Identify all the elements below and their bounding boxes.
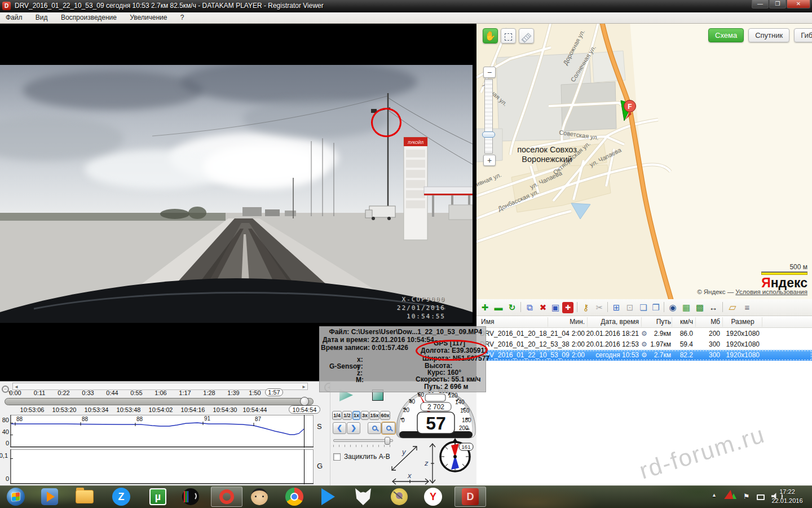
selection-clear-icon[interactable]: ⊡ xyxy=(624,302,636,313)
export-video-icon[interactable]: ↔ xyxy=(708,302,719,313)
speed-15x-button[interactable]: 15x xyxy=(369,411,379,420)
taskbar-utility[interactable] xyxy=(387,487,412,507)
play-icon xyxy=(321,488,335,505)
frames-copy-icon[interactable]: ❐ xyxy=(650,302,661,313)
tray-action-center-icon[interactable]: ⚑ xyxy=(743,492,750,501)
menu-help[interactable]: ? xyxy=(175,12,190,23)
map-mode-scheme[interactable]: Схема xyxy=(708,28,744,42)
playback-controls: 1/4 1/2 1x 3x 15x 60x ❮ ❯ Зациклить A-B xyxy=(330,381,476,485)
gauge-tick: 180 xyxy=(462,417,471,423)
save-file-icon[interactable]: ▣ xyxy=(550,302,561,313)
map-mode-satellite[interactable]: Спутник xyxy=(748,28,789,42)
col-name[interactable]: Имя xyxy=(481,318,494,326)
table-header[interactable]: Имя Мин. Дата, время Путь км/ч Мб Размер xyxy=(476,316,812,328)
taskbar-foobar[interactable] xyxy=(351,487,376,507)
speed-point-label: 88 xyxy=(136,416,143,422)
graph-zoom-out-button[interactable] xyxy=(368,422,381,434)
zoom-select-icon xyxy=(505,33,512,41)
graph-zoom-in-button[interactable] xyxy=(382,422,395,434)
clock-label: 10:53:34 xyxy=(82,406,111,413)
start-button[interactable] xyxy=(3,487,28,507)
add-files-icon[interactable]: ✚ xyxy=(479,302,491,313)
map-pane[interactable]: лейная ул. Дорожная ул. Солнечная ул. Со… xyxy=(476,24,812,299)
map-mode-hybrid[interactable]: Гибрид xyxy=(794,28,812,42)
col-size[interactable]: Размер xyxy=(726,318,760,326)
table-row-selected[interactable]: DRV_2016_01_22_10_53_09 2:00 сегодня 10:… xyxy=(476,350,812,361)
pan-tool-button[interactable]: ✋ xyxy=(483,28,498,43)
menu-zoom[interactable]: Увеличение xyxy=(124,12,173,23)
current-position-label: 1:57 xyxy=(265,388,283,396)
gauge-tick: 60 xyxy=(418,392,425,398)
tray-clock[interactable]: 17:22 22.01.2016 xyxy=(765,487,810,505)
col-mb[interactable]: Мб xyxy=(700,318,720,326)
time-label: 0:00 xyxy=(6,389,25,396)
taskbar-media-player[interactable] xyxy=(37,487,62,507)
gsensor-ytick: 0,1 xyxy=(0,452,8,459)
frame-copy-icon[interactable]: ❏ xyxy=(638,302,649,313)
datakam-icon: D xyxy=(462,488,479,505)
timeline-slider[interactable] xyxy=(5,398,314,405)
remove-file-icon[interactable]: ▬ xyxy=(493,302,504,313)
taskbar-player[interactable] xyxy=(316,487,341,507)
open-folder-icon[interactable]: ▱ xyxy=(727,302,738,313)
selection-add-icon[interactable]: ⊞ xyxy=(611,302,622,313)
col-minutes[interactable]: Мин. xyxy=(551,318,585,326)
taskbar-zona[interactable]: Z xyxy=(109,487,134,507)
col-datetime[interactable]: Дата, время xyxy=(589,318,639,326)
timeline-panel: − ◄ ► + 0:00 0:11 0:22 0:33 0:44 0:55 1:… xyxy=(0,381,330,485)
ruler-tool-button[interactable] xyxy=(519,28,534,43)
map-add-icon[interactable]: ▩ xyxy=(694,302,705,313)
menu-file[interactable]: Файл xyxy=(0,12,28,23)
tray-expand-icon[interactable]: ▲ xyxy=(712,492,717,498)
speed-3x-button[interactable]: 3x xyxy=(361,411,369,420)
zoom-select-tool-button[interactable] xyxy=(501,28,516,43)
taskbar-utorrent[interactable]: µ xyxy=(145,487,170,507)
taskbar-chrome[interactable] xyxy=(282,487,307,507)
gauge-tick: 200 xyxy=(459,425,469,431)
map-zoom-slider[interactable] xyxy=(484,79,493,154)
google-earth-icon[interactable]: ◉ xyxy=(667,302,678,313)
map-zoom-out-button[interactable]: − xyxy=(483,67,496,78)
prev-frame-button[interactable]: ❮ xyxy=(333,422,346,434)
map-zoom-handle[interactable] xyxy=(482,132,495,138)
speed-half-button[interactable]: 1/2 xyxy=(342,411,352,420)
repair-file-icon[interactable]: ✚ xyxy=(562,302,573,313)
restore-button[interactable]: ❐ xyxy=(769,0,786,8)
menu-playback[interactable]: Воспроизведение xyxy=(55,12,122,23)
cut-icon[interactable]: ✂ xyxy=(594,302,605,313)
taskbar-yandex-browser[interactable]: Y xyxy=(421,487,445,507)
speed-60x-button[interactable]: 60x xyxy=(380,411,390,420)
terms-link[interactable]: Условия использования xyxy=(735,288,807,295)
taskbar-opera-active[interactable] xyxy=(211,487,242,507)
delete-file-icon[interactable]: ✖ xyxy=(537,302,549,313)
key-icon[interactable]: ⚷ xyxy=(580,302,592,313)
minimize-button[interactable]: — xyxy=(752,0,769,8)
taskbar-aimp[interactable] xyxy=(178,487,203,507)
clock-label: 10:53:20 xyxy=(50,406,79,413)
speed-1x-button[interactable]: 1x xyxy=(352,411,360,420)
aimp-icon xyxy=(182,488,199,505)
table-row[interactable]: DRV_2016_01_20_12_53_38 2:00 20.01.2016 … xyxy=(476,339,812,350)
loop-ab-checkbox[interactable] xyxy=(333,453,341,461)
col-speed[interactable]: км/ч xyxy=(673,318,693,326)
close-button[interactable]: ✕ xyxy=(787,0,810,8)
map-zoom-in-button[interactable]: + xyxy=(483,155,496,166)
speed-point-label: 88 xyxy=(82,416,89,422)
menu-view[interactable]: Вид xyxy=(30,12,54,23)
tray-antivirus-icon[interactable] xyxy=(725,490,736,501)
taskbar-explorer[interactable] xyxy=(72,487,97,507)
scroll-right-icon[interactable]: ► xyxy=(302,384,306,389)
col-path[interactable]: Путь xyxy=(646,318,671,326)
next-frame-button[interactable]: ❯ xyxy=(347,422,360,434)
tray-network-icon[interactable] xyxy=(757,493,765,508)
taskbar-chat-app[interactable] xyxy=(247,487,272,507)
copy-file-icon[interactable]: ⧉ xyxy=(524,302,535,313)
taskbar-datakam-active[interactable]: D xyxy=(454,487,486,507)
scroll-left-icon[interactable]: ◄ xyxy=(14,384,19,389)
timeline-slider-handle[interactable] xyxy=(300,397,309,406)
playlist-icon[interactable]: ≡ xyxy=(742,302,753,313)
refresh-icon[interactable]: ↻ xyxy=(506,302,518,313)
table-row[interactable]: DRV_2016_01_20_18_21_04 2:00 20.01.2016 … xyxy=(476,329,812,339)
show-map-icon[interactable]: ▦ xyxy=(681,302,692,313)
speed-quarter-button[interactable]: 1/4 xyxy=(332,411,342,420)
